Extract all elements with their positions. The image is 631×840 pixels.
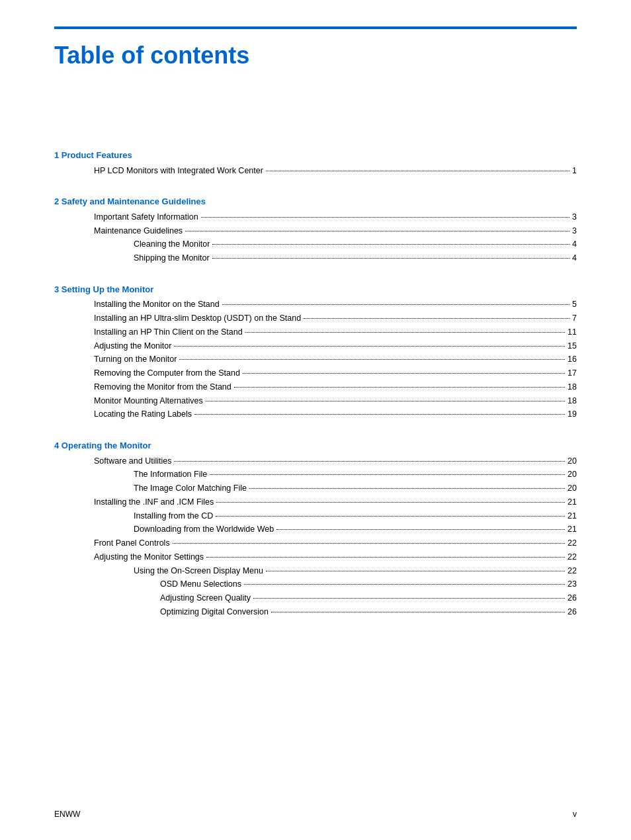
entry-text: Turning on the Monitor: [94, 353, 177, 366]
entry-text: Adjusting the Monitor Settings: [94, 551, 204, 564]
entry-dots: [194, 414, 565, 415]
entry-dots: [234, 387, 565, 388]
entry-text: Front Panel Controls: [94, 537, 170, 550]
toc-entry: Monitor Mounting Alternatives18: [54, 395, 577, 407]
entry-page-num: 22: [568, 551, 577, 564]
toc-entry: Adjusting the Monitor Settings22: [54, 551, 577, 564]
toc-entry: Installing the .INF and .ICM Files21: [54, 496, 577, 509]
toc-entry: Turning on the Monitor16: [54, 353, 577, 366]
entry-page-num: 22: [568, 565, 577, 577]
entry-page-num: 21: [568, 510, 577, 523]
entry-dots: [206, 557, 565, 558]
entry-dots: [173, 543, 565, 544]
entry-text: Installing an HP Thin Client on the Stan…: [94, 326, 243, 339]
entry-dots: [266, 171, 569, 171]
entry-text: Maintenance Guidelines: [94, 225, 183, 237]
entry-text: Installing the Monitor on the Stand: [94, 298, 220, 311]
section-heading-3: 3 Setting Up the Monitor: [54, 283, 577, 296]
entry-dots: [244, 584, 565, 585]
entry-dots: [276, 529, 565, 530]
entry-dots: [216, 516, 565, 517]
entry-dots: [222, 304, 569, 305]
toc-section-4: 4 Operating the MonitorSoftware and Util…: [54, 439, 577, 618]
toc-section-3: 3 Setting Up the MonitorInstalling the M…: [54, 283, 577, 421]
toc-entry: Removing the Monitor from the Stand18: [54, 381, 577, 394]
entry-text: Optimizing Digital Conversion: [160, 606, 269, 618]
entry-dots: [253, 598, 565, 599]
entry-page-num: 4: [572, 238, 577, 251]
entry-dots: [245, 332, 565, 333]
entry-text: Cleaning the Monitor: [134, 238, 210, 251]
entry-page-num: 18: [568, 381, 577, 394]
entry-dots: [174, 346, 565, 347]
entry-text: The Information File: [134, 468, 207, 481]
entry-text: HP LCD Monitors with Integrated Work Cen…: [94, 165, 263, 177]
toc-entry: The Information File20: [54, 468, 577, 481]
entry-dots: [304, 318, 569, 319]
entry-dots: [174, 461, 565, 462]
entry-dots: [243, 373, 565, 374]
entry-text: Shipping the Monitor: [134, 252, 210, 265]
toc-entry: HP LCD Monitors with Integrated Work Cen…: [54, 165, 577, 177]
toc-entry: Using the On-Screen Display Menu22: [54, 565, 577, 577]
entry-page-num: 22: [568, 537, 577, 550]
section-heading-4: 4 Operating the Monitor: [54, 439, 577, 452]
page-title: Table of contents: [54, 41, 577, 69]
toc-entry: The Image Color Matching File20: [54, 482, 577, 495]
entry-page-num: 23: [568, 578, 577, 591]
entry-text: Software and Utilities: [94, 455, 171, 468]
entry-page-num: 21: [568, 496, 577, 509]
toc-entry: Adjusting Screen Quality26: [54, 592, 577, 605]
entry-dots: [212, 258, 569, 259]
entry-text: Removing the Computer from the Stand: [94, 367, 240, 380]
entry-text: Installing the .INF and .ICM Files: [94, 496, 214, 509]
entry-page-num: 5: [572, 298, 577, 311]
entry-page-num: 18: [568, 395, 577, 407]
entry-page-num: 1: [572, 165, 577, 177]
toc-entry: OSD Menu Selections23: [54, 578, 577, 591]
entry-dots: [210, 474, 565, 475]
toc-entry: Shipping the Monitor4: [54, 252, 577, 265]
toc-entry: Important Safety Information3: [54, 211, 577, 224]
entry-text: Adjusting Screen Quality: [160, 592, 251, 605]
entry-page-num: 4: [572, 252, 577, 265]
entry-dots: [266, 571, 565, 571]
entry-dots: [216, 502, 565, 503]
entry-text: Downloading from the Worldwide Web: [134, 523, 274, 536]
entry-text: Installing from the CD: [134, 510, 213, 523]
page-container: Table of contents 1 Product FeaturesHP L…: [0, 0, 631, 840]
entry-text: Removing the Monitor from the Stand: [94, 381, 231, 394]
entry-text: Locating the Rating Labels: [94, 408, 192, 421]
footer-left: ENWW: [54, 808, 80, 820]
toc-entry: Installing from the CD21: [54, 510, 577, 523]
toc-entry: Cleaning the Monitor4: [54, 238, 577, 251]
entry-text: The Image Color Matching File: [134, 482, 247, 495]
entry-page-num: 3: [572, 225, 577, 237]
entry-dots: [179, 359, 565, 360]
toc-entry: Downloading from the Worldwide Web21: [54, 523, 577, 536]
entry-dots: [249, 488, 565, 489]
toc-section-1: 1 Product FeaturesHP LCD Monitors with I…: [54, 149, 577, 177]
entry-page-num: 19: [568, 408, 577, 421]
toc-content: 1 Product FeaturesHP LCD Monitors with I…: [54, 149, 577, 618]
toc-entry: Removing the Computer from the Stand17: [54, 367, 577, 380]
toc-entry: Installing the Monitor on the Stand5: [54, 298, 577, 311]
entry-dots: [201, 217, 569, 218]
entry-page-num: 20: [568, 468, 577, 481]
toc-entry: Maintenance Guidelines3: [54, 225, 577, 237]
toc-entry: Front Panel Controls22: [54, 537, 577, 550]
entry-page-num: 7: [572, 312, 577, 325]
entry-dots: [185, 231, 569, 231]
entry-page-num: 26: [568, 606, 577, 618]
entry-page-num: 21: [568, 523, 577, 536]
section-heading-1: 1 Product Features: [54, 149, 577, 162]
entry-text: Monitor Mounting Alternatives: [94, 395, 203, 407]
entry-page-num: 20: [568, 482, 577, 495]
entry-text: Important Safety Information: [94, 211, 198, 224]
entry-dots: [212, 244, 569, 245]
toc-entry: Installing an HP Thin Client on the Stan…: [54, 326, 577, 339]
toc-entry: Optimizing Digital Conversion26: [54, 606, 577, 618]
section-heading-2: 2 Safety and Maintenance Guidelines: [54, 195, 577, 208]
entry-page-num: 16: [568, 353, 577, 366]
entry-page-num: 26: [568, 592, 577, 605]
